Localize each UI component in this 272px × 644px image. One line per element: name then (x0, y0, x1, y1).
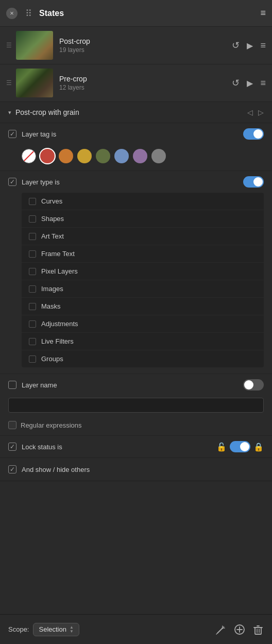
nav-next-icon[interactable]: ▷ (258, 108, 264, 116)
bottom-actions (79, 624, 264, 635)
layer-type-check-curves[interactable] (29, 198, 36, 205)
layer-type-check-adjustments[interactable] (29, 320, 36, 328)
layer-type-check-live-filters[interactable] (29, 338, 36, 345)
color-dot-red[interactable] (40, 149, 55, 163)
reset-icon[interactable]: ↺ (232, 40, 240, 51)
lock-status-checkbox[interactable] (8, 443, 16, 451)
layer-name-toggle[interactable] (243, 379, 264, 391)
layer-type-item-groups[interactable]: Groups (22, 350, 264, 367)
color-dot-purple[interactable] (133, 149, 147, 163)
layer-tag-filter: Layer tag is (0, 123, 272, 145)
color-dot-none[interactable] (22, 149, 36, 163)
panel-title: States (39, 9, 260, 18)
regex-checkbox[interactable] (8, 421, 16, 429)
filter-group-title: Post-crop with grain (15, 108, 247, 116)
collapse-header[interactable]: ▾ Post-crop with grain ◁ ▷ (0, 102, 272, 123)
layer-type-label: Layer type is (22, 178, 243, 186)
nav-prev-icon[interactable]: ◁ (247, 108, 253, 116)
svg-line-0 (217, 628, 223, 633)
show-hide-label: And show / hide others (22, 466, 264, 473)
svg-line-3 (224, 626, 224, 627)
close-button[interactable]: × (6, 8, 18, 19)
layer-type-item-live-filters[interactable]: Live Filters (22, 333, 264, 350)
layer-type-check-groups[interactable] (29, 355, 36, 363)
unlock-icon: 🔓 (216, 442, 227, 452)
layer-type-item-shapes[interactable]: Shapes (22, 210, 264, 228)
state-row[interactable]: ☰ Post-crop 19 layers ↺ ▶ ≡ (0, 27, 272, 64)
layer-type-item-frame-text[interactable]: Frame Text (22, 245, 264, 263)
state-actions: ↺ ▶ ≡ (232, 77, 266, 89)
lock-icon: 🔒 (253, 442, 264, 452)
layer-type-check-pixel-layers[interactable] (29, 268, 36, 275)
show-hide-checkbox[interactable] (8, 465, 16, 473)
color-dot-yellow[interactable] (77, 149, 92, 163)
header: × ⠿ States ≡ (0, 0, 272, 27)
layer-type-filter: Layer type is (0, 171, 272, 193)
filter-section: ▾ Post-crop with grain ◁ ▷ Layer tag is … (0, 102, 272, 481)
svg-line-5 (216, 634, 217, 634)
state-menu-icon[interactable]: ≡ (260, 40, 266, 51)
layer-type-label-groups: Groups (41, 355, 63, 363)
state-name: Post-crop (59, 37, 232, 45)
color-dot-green[interactable] (96, 149, 110, 163)
color-dots (0, 145, 272, 171)
state-actions: ↺ ▶ ≡ (232, 40, 266, 51)
color-dot-gray[interactable] (151, 149, 166, 163)
state-layers: 12 layers (59, 84, 232, 91)
layer-type-item-masks[interactable]: Masks (22, 298, 264, 315)
state-menu-icon[interactable]: ≡ (260, 78, 266, 89)
collapse-icon: ▾ (8, 109, 11, 116)
layer-type-item-curves[interactable]: Curves (22, 193, 264, 210)
regex-label: Regular expressions (21, 421, 82, 429)
layer-type-list: Curves Shapes Art Text Frame Text Pixel … (22, 193, 264, 367)
add-icon (234, 624, 245, 635)
scope-value: Selection (39, 625, 66, 633)
layer-type-label-images: Images (41, 285, 63, 293)
reset-icon[interactable]: ↺ (232, 77, 240, 89)
layer-tag-label: Layer tag is (22, 130, 243, 138)
row-side-icon: ☰ (6, 79, 12, 87)
layer-type-label-adjustments: Adjustments (41, 320, 78, 328)
layer-type-checkbox[interactable] (8, 178, 16, 186)
layer-type-item-images[interactable]: Images (22, 280, 264, 298)
color-dot-orange[interactable] (59, 149, 73, 163)
layer-name-label: Layer name (22, 381, 243, 389)
layer-type-check-frame-text[interactable] (29, 250, 36, 258)
scope-select[interactable]: Selection ▲ ▼ (33, 623, 79, 636)
layer-type-toggle[interactable] (243, 176, 264, 188)
layer-type-label-art-text: Art Text (41, 232, 64, 240)
layer-tag-toggle[interactable] (243, 128, 264, 140)
layer-type-check-images[interactable] (29, 285, 36, 293)
show-hide-row: And show / hide others (0, 457, 272, 481)
regex-row: Regular expressions (0, 418, 272, 435)
play-icon[interactable]: ▶ (247, 78, 253, 88)
layer-type-check-masks[interactable] (29, 303, 36, 310)
layer-name-checkbox[interactable] (8, 381, 16, 389)
drag-handle[interactable]: ⠿ (23, 8, 34, 19)
state-name: Pre-crop (59, 75, 232, 83)
layer-tag-checkbox[interactable] (8, 130, 16, 138)
play-icon[interactable]: ▶ (247, 41, 253, 50)
lock-icons: 🔓 🔒 (216, 441, 264, 452)
lock-status-label: Lock status is (22, 443, 212, 451)
layer-name-input[interactable] (8, 398, 264, 413)
state-thumbnail (16, 31, 53, 60)
layer-type-label-shapes: Shapes (41, 215, 64, 223)
scope-arrows: ▲ ▼ (70, 625, 74, 634)
add-button[interactable] (234, 624, 245, 635)
layer-type-item-pixel-layers[interactable]: Pixel Layers (22, 263, 264, 280)
delete-button[interactable] (252, 624, 264, 635)
layer-type-check-art-text[interactable] (29, 233, 36, 240)
layer-type-label-curves: Curves (41, 197, 62, 205)
bottom-bar: Scope: Selection ▲ ▼ (0, 614, 272, 644)
color-dot-blue[interactable] (114, 149, 129, 163)
layer-type-item-art-text[interactable]: Art Text (22, 228, 264, 245)
state-layers: 19 layers (59, 46, 232, 54)
lock-status-toggle[interactable] (230, 441, 250, 452)
svg-rect-9 (255, 628, 261, 634)
state-row[interactable]: ☰ Pre-crop 12 layers ↺ ▶ ≡ (0, 64, 272, 102)
magic-wand-button[interactable] (215, 624, 227, 635)
layer-type-item-adjustments[interactable]: Adjustments (22, 315, 264, 333)
layer-type-check-shapes[interactable] (29, 215, 36, 223)
menu-button[interactable]: ≡ (260, 8, 266, 19)
